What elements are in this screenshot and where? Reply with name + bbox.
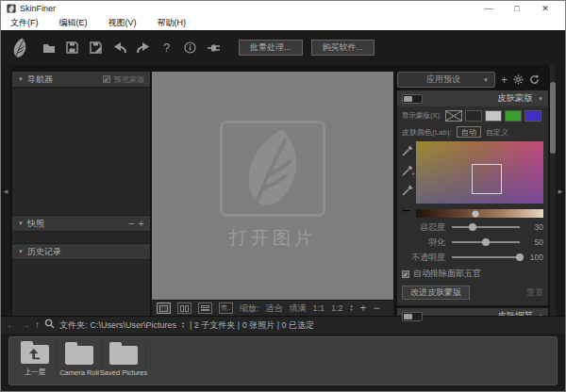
snapshot-body: [12, 232, 150, 244]
folder-counts: | 2 子文件夹 | 0 张照片 | 0 已选定: [190, 319, 314, 332]
save-as-icon[interactable]: [89, 41, 103, 55]
save-icon[interactable]: [65, 41, 79, 55]
path-spinner-icon[interactable]: ▲▼: [181, 321, 185, 329]
folder-item-saved-pictures[interactable]: Saved Pictures: [102, 341, 146, 381]
open-image-placeholder[interactable]: 打开图片: [220, 121, 325, 251]
zoom-in-button[interactable]: +: [360, 302, 367, 315]
view-toolbar: 查.. 缩放: 适合 填满 1:1 1:2 ▲▼ + −: [152, 301, 393, 316]
view-single-button[interactable]: [157, 302, 171, 314]
menu-edit[interactable]: 编辑(E): [59, 17, 88, 29]
undo-icon[interactable]: [112, 41, 126, 55]
menubar: 文件(F) 编辑(E) 视图(V) 帮助(H): [1, 15, 565, 30]
leaf-watermark-icon: [220, 121, 325, 217]
view-split-vertical-button[interactable]: [177, 302, 191, 314]
gear-icon[interactable]: [513, 74, 524, 85]
eyedropper-add-icon[interactable]: +: [402, 163, 413, 174]
eyedropper-icon[interactable]: [402, 143, 413, 155]
mask-swatch-white[interactable]: [485, 110, 502, 122]
auto-button[interactable]: 自动: [457, 126, 481, 138]
collapse-left-strip[interactable]: ◀: [1, 65, 10, 316]
menu-file[interactable]: 文件(F): [10, 17, 39, 29]
minimize-button[interactable]: —: [474, 2, 503, 15]
tolerance-label: 容忍度: [402, 221, 445, 234]
opacity-label: 不透明度: [402, 252, 445, 264]
lab-color-field[interactable]: [416, 141, 543, 204]
collapse-left-icon[interactable]: ◀: [4, 188, 8, 194]
snapshot-header[interactable]: ▼ 快照 − +: [12, 216, 150, 232]
folder-path[interactable]: C:\Users\User\Pictures: [91, 320, 177, 330]
collapse-right-strip[interactable]: ▶: [556, 65, 565, 316]
forward-icon[interactable]: →: [21, 319, 30, 331]
mask-swatch-blue[interactable]: [524, 110, 541, 122]
mask-swatch-black[interactable]: [465, 110, 482, 122]
navigator-header[interactable]: ▼ 导航器 ✓ 预览蒙版: [12, 72, 150, 88]
zoom-fill-button[interactable]: 填满: [290, 302, 307, 315]
folder-item-label: Camera Roll: [59, 368, 99, 377]
history-body: [12, 260, 150, 316]
apply-preset-dropdown[interactable]: 应用预设 ▼: [397, 72, 495, 88]
auto-exclude-checkbox[interactable]: ✓: [402, 270, 409, 278]
snapshot-add-icon[interactable]: +: [139, 219, 144, 228]
buy-software-button[interactable]: 购买软件...: [311, 40, 375, 56]
info-icon[interactable]: [183, 41, 197, 55]
folder-item-camera-roll[interactable]: Camera Roll: [58, 341, 102, 381]
auto-exclude-label: 自动排除面部五官: [413, 268, 481, 280]
mask-swatch-none[interactable]: [445, 110, 462, 122]
reset-button[interactable]: 重置: [526, 286, 543, 299]
up-level-icon[interactable]: ↑: [35, 319, 40, 331]
batch-process-button[interactable]: 批量处理...: [239, 40, 303, 56]
skin-mask-header[interactable]: 皮肤蒙版 ▼: [397, 90, 548, 106]
back-icon[interactable]: ←: [7, 319, 16, 331]
add-preset-icon[interactable]: +: [501, 74, 508, 86]
help-icon[interactable]: ?: [159, 41, 174, 55]
preview-mask-checkbox[interactable]: ✓: [103, 75, 110, 83]
lightness-bar[interactable]: [416, 209, 543, 218]
zoom-out-button[interactable]: −: [374, 302, 380, 315]
redo-icon[interactable]: [136, 41, 150, 55]
open-folder-icon[interactable]: [42, 41, 56, 55]
browser-statusbar: ← → ↑ 文件夹: C:\Users\User\Pictures ▲▼ | 2…: [1, 316, 565, 334]
chevron-down-icon: ▼: [18, 76, 24, 82]
search-icon[interactable]: [44, 318, 55, 332]
maximize-button[interactable]: □: [503, 2, 531, 15]
history-header[interactable]: ▼ 历史记录: [12, 244, 150, 260]
folder-item-label: Saved Pictures: [100, 368, 147, 377]
menu-view[interactable]: 视图(V): [108, 17, 137, 29]
zoom-spinner[interactable]: ▲▼: [350, 304, 354, 312]
zoom-1-2-button[interactable]: 1:2: [331, 303, 343, 313]
skin-detail-toggle[interactable]: [402, 312, 423, 321]
apply-preset-label: 应用预设: [404, 74, 483, 86]
custom-label[interactable]: 自定义: [486, 127, 508, 138]
lightness-knob[interactable]: [473, 210, 479, 217]
eyedropper-subtract-icon[interactable]: [402, 183, 413, 194]
plugin-icon[interactable]: [207, 41, 221, 55]
refresh-icon[interactable]: [529, 74, 540, 85]
zoom-1-1-button[interactable]: 1:1: [313, 303, 325, 313]
left-panel: ▼ 导航器 ✓ 预览蒙版 ▼ 快照 − + ▼ 历史记录: [12, 72, 150, 316]
navigator-title: 导航器: [27, 74, 53, 86]
skin-mask-title: 皮肤蒙版: [497, 92, 533, 105]
close-button[interactable]: ✕: [531, 2, 559, 15]
color-selection-square[interactable]: [472, 164, 502, 194]
feather-slider[interactable]: [452, 241, 520, 243]
improve-skin-mask-button[interactable]: 改进皮肤蒙版: [402, 286, 470, 300]
mask-swatch-green[interactable]: [505, 110, 522, 122]
folder-up-icon: [21, 345, 49, 364]
zoom-fit-button[interactable]: 适合: [266, 302, 283, 315]
skin-color-label: 皮肤颜色(Lab):: [402, 127, 452, 138]
menu-help[interactable]: 帮助(H): [158, 17, 187, 29]
image-canvas[interactable]: 打开图片: [152, 72, 393, 300]
history-title: 历史记录: [27, 246, 61, 258]
opacity-slider[interactable]: [452, 256, 520, 258]
folder-item-up[interactable]: 上一层: [13, 341, 58, 381]
collapse-right-icon[interactable]: ▶: [558, 188, 563, 194]
workspace: ◀ ▼ 导航器 ✓ 预览蒙版 ▼ 快照 − + ▼ 历史记录: [1, 65, 565, 316]
tolerance-slider[interactable]: [452, 226, 520, 228]
view-compare-button[interactable]: 查..: [219, 302, 233, 314]
preview-mask-label: 预览蒙版: [114, 74, 144, 85]
feather-label: 羽化: [402, 237, 445, 249]
view-split-horizontal-button[interactable]: [198, 302, 212, 314]
snapshot-remove-icon[interactable]: −: [128, 219, 134, 228]
folder-icon: [109, 346, 138, 365]
skin-mask-toggle[interactable]: [402, 94, 423, 104]
